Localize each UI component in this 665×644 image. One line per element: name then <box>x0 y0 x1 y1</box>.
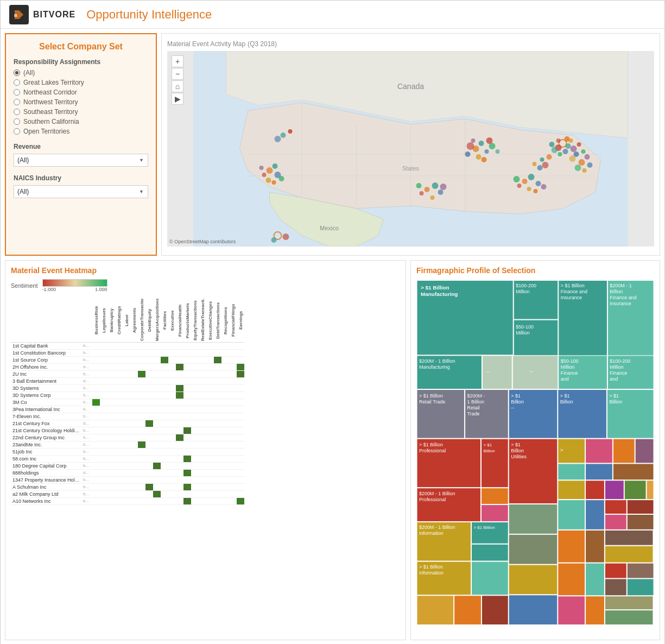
heat-cell <box>237 455 244 462</box>
heat-cell <box>115 441 123 448</box>
company-abbrev-cell: b... <box>81 349 92 356</box>
app-title: Opportunity Intelligence <box>86 8 212 22</box>
heat-cell <box>214 476 221 483</box>
map-arrow[interactable]: ▶ <box>172 93 183 105</box>
heatmap-grid[interactable]: BusinessRisk LegalIssues Bankruptcy Cred… <box>11 299 400 505</box>
radio-great-lakes[interactable]: Great Lakes Territory <box>14 79 148 86</box>
heat-cell <box>229 448 237 455</box>
heat-cell <box>145 462 153 469</box>
svg-point-63 <box>259 166 264 170</box>
heat-cell <box>214 377 221 384</box>
heat-cell <box>161 349 168 356</box>
heat-cell <box>153 448 161 455</box>
heat-cell <box>214 399 221 406</box>
heat-cell <box>221 377 229 384</box>
heat-cell <box>92 399 100 406</box>
svg-text:and: and <box>610 376 618 382</box>
heat-cell <box>92 441 100 448</box>
map-zoom-in[interactable]: + <box>172 55 183 67</box>
heat-cell <box>183 476 191 483</box>
heat-cell <box>199 420 206 427</box>
heat-cell <box>176 448 183 455</box>
heat-cell <box>237 363 244 370</box>
heat-cell <box>191 448 199 455</box>
naics-dropdown[interactable]: (All) <box>14 185 148 198</box>
heat-cell <box>100 356 107 363</box>
heat-cell <box>168 497 176 504</box>
svg-point-55 <box>514 176 520 182</box>
svg-text:Million: Million <box>561 364 574 370</box>
radio-all[interactable]: (All) <box>14 69 148 77</box>
radio-northwest[interactable]: Northwest Territory <box>14 98 148 106</box>
svg-rect-181 <box>454 596 482 625</box>
svg-point-46 <box>438 190 444 195</box>
heat-cell <box>100 399 107 406</box>
heat-cell <box>92 392 100 399</box>
sentiment-legend: Sentiment -1.000 1.000 <box>11 279 400 292</box>
heat-cell <box>229 406 237 413</box>
heat-cell <box>221 469 229 476</box>
heat-cell <box>115 370 123 377</box>
svg-point-15 <box>563 149 568 154</box>
svg-text:Professional: Professional <box>419 497 446 502</box>
map-container[interactable]: + − ⌂ ▶ <box>167 51 654 247</box>
heat-cell <box>237 462 244 469</box>
heat-cell <box>153 342 161 349</box>
svg-point-71 <box>283 233 289 240</box>
radio-southeast[interactable]: Southeast Territory <box>14 108 148 116</box>
heat-cell <box>191 490 199 497</box>
svg-point-44 <box>432 182 439 189</box>
heat-cell <box>199 349 206 356</box>
company-name-cell: 180 Degree Capital Corp <box>11 462 81 469</box>
radio-circle-northwest <box>14 99 20 105</box>
heat-cell <box>168 392 176 399</box>
heat-cell <box>130 356 138 363</box>
revenue-dropdown[interactable]: (All) <box>14 154 148 167</box>
heat-cell <box>138 392 145 399</box>
heat-cell <box>183 441 191 448</box>
heat-cell <box>168 476 176 483</box>
svg-point-21 <box>577 142 581 147</box>
sentiment-visual: -1.000 1.000 <box>42 279 107 292</box>
heat-cell <box>221 349 229 356</box>
heat-cell <box>92 342 100 349</box>
heat-cell <box>123 448 130 455</box>
svg-text:Billion: Billion <box>560 399 573 405</box>
heat-cell <box>92 413 100 420</box>
svg-point-28 <box>556 138 561 143</box>
radio-southern-ca[interactable]: Southern California <box>14 118 148 125</box>
heat-cell <box>145 399 153 406</box>
company-abbrev-cell: d... <box>81 377 92 384</box>
heat-cell <box>107 413 115 420</box>
radio-open[interactable]: Open Territories <box>14 128 148 135</box>
table-row: 3Pea International Incb... <box>11 406 244 413</box>
svg-text:Billion: Billion <box>610 289 623 294</box>
svg-rect-180 <box>417 596 454 625</box>
table-row: 3M Cob... <box>11 399 244 406</box>
col-financialfilings: FinancialFilings <box>229 299 237 342</box>
heat-cell <box>92 377 100 384</box>
heat-cell <box>176 363 183 370</box>
heat-cell <box>199 427 206 434</box>
svg-rect-193 <box>605 596 653 610</box>
heat-cell <box>206 427 214 434</box>
heat-cell <box>107 377 115 384</box>
map-home[interactable]: ⌂ <box>172 80 183 92</box>
heat-cell <box>199 399 206 406</box>
svg-rect-166 <box>605 500 626 514</box>
company-name-cell: 58.com Inc <box>11 455 81 462</box>
heat-cell <box>161 363 168 370</box>
svg-text:> $1: > $1 <box>560 393 570 399</box>
col-debt: DebtTransactions <box>214 299 221 342</box>
svg-text:> $1: > $1 <box>511 393 521 399</box>
svg-rect-168 <box>627 500 654 514</box>
map-zoom-out[interactable]: − <box>172 68 183 80</box>
radio-northeast[interactable]: Northeast Corridor <box>14 89 148 96</box>
heat-cell <box>92 420 100 427</box>
svg-text:$200M -: $200M - <box>467 393 485 399</box>
heat-cell <box>123 406 130 413</box>
company-name-cell: 51job Inc <box>11 448 81 455</box>
svg-point-51 <box>528 174 535 180</box>
heat-cell <box>130 363 138 370</box>
heat-cell <box>229 392 237 399</box>
